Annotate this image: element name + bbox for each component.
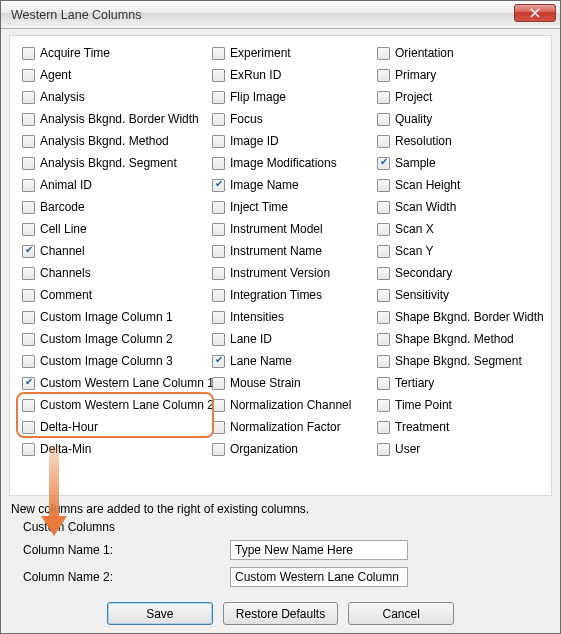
checkbox-row: Focus <box>210 108 375 130</box>
checkbox[interactable] <box>22 267 35 280</box>
checkbox-row: Normalization Factor <box>210 416 375 438</box>
checkbox[interactable] <box>212 377 225 390</box>
checkbox[interactable] <box>22 113 35 126</box>
checkbox-row: Analysis Bkgnd. Segment <box>20 152 210 174</box>
checkbox[interactable] <box>22 421 35 434</box>
checkbox-row: Project <box>375 86 546 108</box>
checkbox[interactable] <box>22 69 35 82</box>
checkbox-row: Intensities <box>210 306 375 328</box>
save-button[interactable]: Save <box>107 602 213 625</box>
checkbox[interactable] <box>22 157 35 170</box>
checkbox-label: Channels <box>40 266 91 280</box>
checkbox[interactable] <box>22 135 35 148</box>
checkbox-row: Instrument Version <box>210 262 375 284</box>
checkbox[interactable] <box>22 223 35 236</box>
checkbox-label: Analysis Bkgnd. Segment <box>40 156 177 170</box>
checkbox[interactable] <box>212 311 225 324</box>
checkbox[interactable] <box>377 289 390 302</box>
restore-defaults-button[interactable]: Restore Defaults <box>223 602 338 625</box>
checkbox[interactable] <box>377 421 390 434</box>
checkbox[interactable] <box>377 355 390 368</box>
checkbox-label: Primary <box>395 68 436 82</box>
checkbox[interactable] <box>377 157 390 170</box>
checkbox[interactable] <box>377 399 390 412</box>
checkbox[interactable] <box>212 201 225 214</box>
checkbox[interactable] <box>377 267 390 280</box>
checkbox[interactable] <box>22 179 35 192</box>
checkbox-row: Image Name <box>210 174 375 196</box>
checkbox[interactable] <box>377 333 390 346</box>
checkbox[interactable] <box>212 47 225 60</box>
checkbox-row: Sensitivity <box>375 284 546 306</box>
checkbox[interactable] <box>377 245 390 258</box>
cancel-button[interactable]: Cancel <box>348 602 454 625</box>
checkbox[interactable] <box>212 245 225 258</box>
checkbox-row: Shape Bkgnd. Border Width <box>375 306 546 328</box>
checkbox[interactable] <box>377 179 390 192</box>
checkbox-row: Tertiary <box>375 372 546 394</box>
checkbox-row: Scan Height <box>375 174 546 196</box>
checkbox[interactable] <box>377 443 390 456</box>
checkbox[interactable] <box>22 289 35 302</box>
checkbox-row: Image ID <box>210 130 375 152</box>
checkbox-row: Sample <box>375 152 546 174</box>
checkbox[interactable] <box>212 179 225 192</box>
column-name-2-input[interactable] <box>230 567 408 587</box>
checkbox[interactable] <box>22 443 35 456</box>
checkbox[interactable] <box>22 47 35 60</box>
checkbox[interactable] <box>22 399 35 412</box>
column-name-1-input[interactable] <box>230 540 408 560</box>
checkbox[interactable] <box>377 47 390 60</box>
checkbox[interactable] <box>212 135 225 148</box>
checkbox-label: Analysis Bkgnd. Border Width <box>40 112 199 126</box>
checkbox[interactable] <box>22 245 35 258</box>
checkbox[interactable] <box>212 157 225 170</box>
checkbox[interactable] <box>377 69 390 82</box>
checkbox[interactable] <box>212 69 225 82</box>
checkbox-row: Experiment <box>210 42 375 64</box>
checkbox-row: Flip Image <box>210 86 375 108</box>
checkbox-label: Comment <box>40 288 92 302</box>
checkbox[interactable] <box>377 311 390 324</box>
column-list-3: OrientationPrimaryProjectQualityResoluti… <box>375 42 546 460</box>
checkbox[interactable] <box>377 91 390 104</box>
checkbox[interactable] <box>212 267 225 280</box>
checkbox[interactable] <box>212 223 225 236</box>
checkbox[interactable] <box>212 421 225 434</box>
checkbox[interactable] <box>377 113 390 126</box>
checkbox[interactable] <box>212 355 225 368</box>
checkbox[interactable] <box>22 311 35 324</box>
checkbox-label: Resolution <box>395 134 452 148</box>
checkbox-label: Flip Image <box>230 90 286 104</box>
checkbox[interactable] <box>22 355 35 368</box>
checkbox[interactable] <box>212 399 225 412</box>
checkbox[interactable] <box>212 113 225 126</box>
checkbox-label: Channel <box>40 244 85 258</box>
checkbox-label: Shape Bkgnd. Border Width <box>395 310 544 324</box>
checkbox-row: Cell Line <box>20 218 210 240</box>
checkbox-row: Analysis Bkgnd. Method <box>20 130 210 152</box>
checkbox-row: Custom Image Column 1 <box>20 306 210 328</box>
checkbox-label: User <box>395 442 420 456</box>
checkbox-label: Acquire Time <box>40 46 110 60</box>
checkbox[interactable] <box>212 91 225 104</box>
title-bar: Western Lane Columns <box>1 1 560 29</box>
checkbox-row: Channel <box>20 240 210 262</box>
checkbox[interactable] <box>212 333 225 346</box>
checkbox-row: Orientation <box>375 42 546 64</box>
checkbox[interactable] <box>22 91 35 104</box>
checkbox-label: Delta-Hour <box>40 420 98 434</box>
checkbox[interactable] <box>22 201 35 214</box>
checkbox[interactable] <box>22 333 35 346</box>
checkbox-label: Treatment <box>395 420 449 434</box>
checkbox[interactable] <box>212 443 225 456</box>
checkbox-row: Agent <box>20 64 210 86</box>
checkbox-row: Custom Image Column 2 <box>20 328 210 350</box>
checkbox[interactable] <box>212 289 225 302</box>
checkbox[interactable] <box>377 135 390 148</box>
checkbox[interactable] <box>377 377 390 390</box>
checkbox[interactable] <box>377 223 390 236</box>
close-button[interactable] <box>514 4 556 22</box>
checkbox[interactable] <box>22 377 35 390</box>
checkbox[interactable] <box>377 201 390 214</box>
